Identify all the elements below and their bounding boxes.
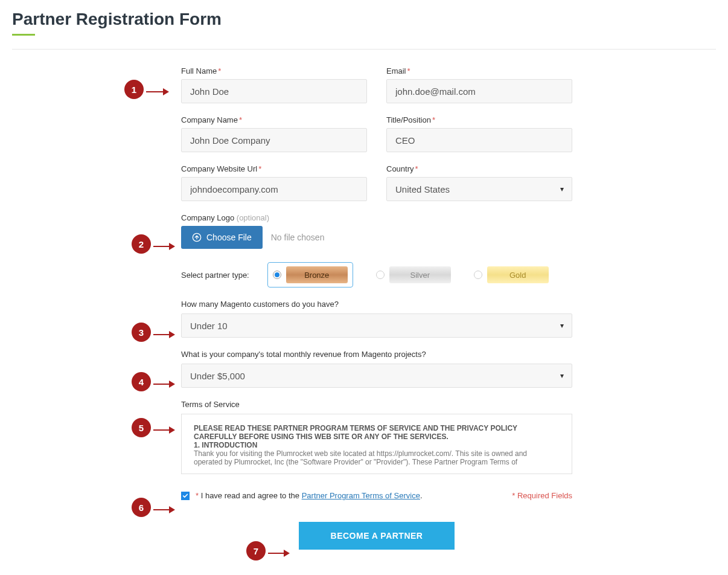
customers-label: How many Magento customers do you have?	[181, 300, 572, 309]
radio-bronze[interactable]	[273, 271, 281, 279]
tos-box[interactable]: PLEASE READ THESE PARTNER PROGRAM TERMS …	[181, 414, 572, 474]
annotation-2: 2	[132, 234, 151, 254]
revenue-label: What is your company's total monthly rev…	[181, 350, 572, 359]
partner-type-silver[interactable]: Silver	[376, 266, 451, 283]
radio-silver[interactable]	[376, 271, 385, 279]
website-input[interactable]	[181, 177, 367, 201]
website-label: Company Website Url*	[181, 164, 367, 173]
country-select[interactable]: United States	[386, 177, 572, 201]
form-area: Full Name* Email* Company Name* Title/Po…	[12, 66, 716, 550]
agree-checkbox[interactable]	[181, 492, 190, 500]
revenue-select[interactable]: Under $5,000	[181, 364, 572, 388]
fullname-label: Full Name*	[181, 66, 367, 75]
title-label: Title/Position*	[386, 115, 572, 124]
logo-label: Company Logo (optional)	[181, 213, 572, 222]
radio-gold[interactable]	[474, 271, 482, 279]
agree-text: * I have read and agree to the Partner P…	[194, 491, 423, 500]
submit-button[interactable]: BECOME A PARTNER	[299, 522, 455, 550]
partner-type-row: Select partner type: Bronze Silver Gold	[181, 262, 572, 288]
divider	[12, 49, 716, 50]
fullname-input[interactable]	[181, 79, 367, 103]
check-icon	[182, 493, 188, 499]
company-input[interactable]	[181, 128, 367, 152]
annotation-3: 3	[132, 323, 151, 342]
tos-label: Terms of Service	[181, 400, 572, 409]
customers-select[interactable]: Under 10	[181, 313, 572, 338]
tos-line3: Thank you for visiting the Plumrocket we…	[194, 449, 555, 466]
tos-line1: PLEASE READ THESE PARTNER PROGRAM TERMS …	[194, 424, 517, 441]
tos-line2: 1. INTRODUCTION	[194, 441, 257, 449]
annotation-1: 1	[124, 80, 144, 99]
email-label: Email*	[386, 66, 572, 75]
required-fields-note: * Required Fields	[512, 491, 572, 500]
annotation-5: 5	[132, 418, 151, 437]
company-label: Company Name*	[181, 115, 367, 124]
tos-link[interactable]: Partner Program Terms of Service	[302, 491, 420, 500]
partner-type-gold[interactable]: Gold	[474, 266, 549, 283]
page-title: Partner Registration Form	[12, 10, 716, 29]
title-underline	[12, 34, 35, 36]
title-input[interactable]	[386, 128, 572, 152]
upload-icon	[192, 233, 202, 242]
no-file-text: No file chosen	[271, 233, 325, 242]
partner-type-bronze[interactable]: Bronze	[267, 262, 353, 288]
annotation-4: 4	[132, 372, 151, 391]
partner-type-label: Select partner type:	[181, 271, 249, 280]
email-input[interactable]	[386, 79, 572, 103]
annotation-6: 6	[132, 498, 151, 517]
country-label: Country*	[386, 164, 572, 173]
choose-file-button[interactable]: Choose File	[181, 226, 263, 249]
